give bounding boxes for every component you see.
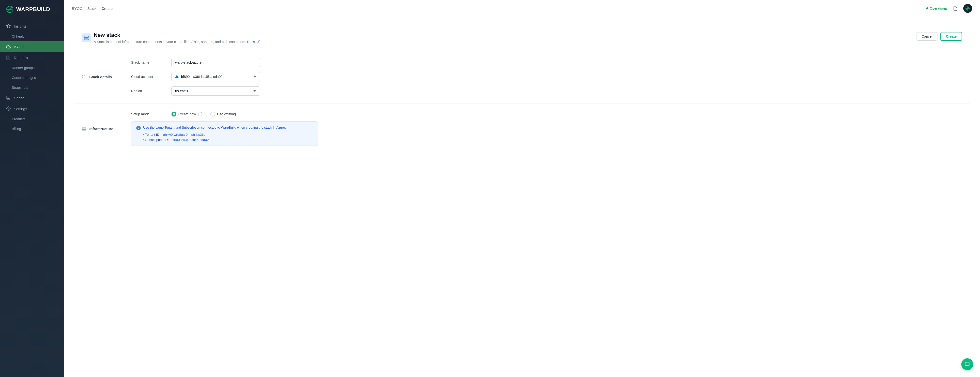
setup-mode-radio-group: Create new i Use existing (172, 111, 236, 116)
use-existing-option[interactable]: Use existing (210, 111, 236, 116)
breadcrumb-create: Create (102, 6, 113, 11)
sidebar-item-ci-health[interactable]: CI health (0, 32, 64, 41)
breadcrumb-stack[interactable]: Stack (88, 6, 97, 11)
svg-marker-20 (175, 75, 179, 78)
sidebar-item-byoc[interactable]: BYOC (0, 41, 64, 52)
sidebar-item-settings[interactable]: Settings (0, 103, 64, 114)
cloud-account-select[interactable]: bf890-kw36t-lcd45...-cda02 (172, 72, 260, 81)
docs-link[interactable]: Docs (247, 40, 260, 44)
svg-rect-5 (6, 56, 8, 57)
svg-rect-18 (84, 39, 89, 40)
sidebar-item-runner-groups[interactable]: Runner groups (0, 63, 64, 73)
region-row: Region us-east1 us-west1 eu-west1 (131, 86, 962, 95)
sidebar-item-custom-images[interactable]: Custom Images (0, 73, 64, 83)
info-tooltip-icon[interactable]: i (198, 112, 202, 116)
cloud-nav-icon (6, 44, 11, 49)
create-new-radio[interactable] (172, 111, 177, 116)
subscription-id-item: Subscription ID: bf890-kw36t-lcd45-cda02 (143, 138, 313, 142)
page-subtitle: A Stack is a set of infrastructure compo… (94, 40, 260, 44)
user-avatar[interactable] (963, 4, 972, 13)
status-badge: Operational (926, 6, 948, 10)
logo-icon (6, 5, 14, 13)
cloud-account-label: Cloud account (131, 75, 165, 79)
gear-icon (6, 106, 11, 111)
sidebar-nav: Insights CI health BYOC Runners (0, 19, 64, 377)
infrastructure-icon (82, 126, 87, 131)
info-box: i Use the same Tenant and Subscription c… (131, 121, 318, 146)
breadcrumb: BYOC › Stack › Create (72, 6, 113, 11)
region-label: Region (131, 89, 165, 93)
database-icon (6, 95, 11, 100)
card-title-area: New stack A Stack is a set of infrastruc… (82, 32, 260, 44)
sparkle-icon (6, 24, 11, 29)
card-header: New stack A Stack is a set of infrastruc… (74, 25, 970, 50)
region-select[interactable]: us-east1 us-west1 eu-west1 (172, 86, 260, 95)
setup-mode-row: Setup mode Create new i Use ex (131, 111, 962, 116)
stack-details-label: Stack details (82, 58, 131, 95)
stack-name-row: Stack name (131, 58, 962, 67)
cancel-button[interactable]: Cancel (916, 32, 938, 41)
page-content: New stack A Stack is a set of infrastruc… (64, 17, 980, 377)
grid-icon (6, 55, 11, 60)
svg-point-10 (8, 108, 9, 110)
create-button[interactable]: Create (940, 32, 962, 41)
breadcrumb-sep-1: › (84, 6, 85, 10)
svg-line-19 (258, 41, 259, 42)
stack-details-section: Stack details Stack name Cloud account (74, 50, 970, 104)
infrastructure-section: Infrastructure Setup mode Create new i (74, 104, 970, 154)
page-title: New stack (94, 32, 260, 38)
page-header: BYOC › Stack › Create Operational (64, 0, 980, 17)
document-icon[interactable] (951, 5, 959, 12)
svg-point-9 (6, 96, 10, 97)
infrastructure-content: Setup mode Create new i Use ex (131, 111, 962, 146)
sidebar-item-runners[interactable]: Runners (0, 52, 64, 63)
status-dot (926, 7, 928, 10)
svg-rect-21 (83, 127, 86, 128)
new-stack-card: New stack A Stack is a set of infrastruc… (74, 25, 970, 154)
header-right: Operational (926, 4, 972, 13)
sidebar-item-snapshots[interactable]: Snapshots (0, 83, 64, 92)
svg-rect-7 (6, 58, 8, 59)
tenant-id-item: Tenant ID: ahkw0-wre8ua-94hsh-kw36t (143, 133, 313, 137)
stack-details-icon (82, 74, 87, 79)
svg-rect-22 (83, 128, 86, 129)
sidebar-item-products[interactable]: Products (0, 114, 64, 124)
info-box-header: i Use the same Tenant and Subscription c… (136, 126, 313, 130)
stack-details-content: Stack name Cloud account bf890-kw36t-lcd… (131, 58, 962, 95)
svg-rect-6 (9, 56, 10, 57)
setup-mode-label: Setup mode (131, 112, 165, 116)
create-new-option[interactable]: Create new i (172, 111, 202, 116)
cloud-account-select-wrapper: bf890-kw36t-lcd45...-cda02 (172, 72, 260, 81)
svg-rect-17 (84, 37, 89, 38)
card-actions: Cancel Create (916, 32, 962, 41)
sidebar-item-billing[interactable]: Billing (0, 124, 64, 134)
infrastructure-label: Infrastructure (82, 111, 131, 146)
cloud-account-row: Cloud account bf890-kw36t-lcd45...-cda02 (131, 72, 962, 81)
main-content: BYOC › Stack › Create Operational (64, 0, 980, 377)
breadcrumb-sep-2: › (99, 6, 99, 10)
svg-rect-16 (84, 36, 89, 37)
use-existing-radio[interactable] (210, 111, 215, 116)
sidebar-item-insights[interactable]: Insights (0, 21, 64, 32)
sidebar-item-cache[interactable]: Cache (0, 92, 64, 103)
azure-icon (174, 74, 179, 79)
stack-name-label: Stack name (131, 60, 165, 64)
svg-rect-8 (9, 58, 10, 59)
chat-button[interactable] (961, 358, 973, 370)
breadcrumb-byoc[interactable]: BYOC (72, 6, 83, 11)
sidebar: WARPBUILD Insights CI health BYOC (0, 0, 64, 377)
info-list: Tenant ID: ahkw0-wre8ua-94hsh-kw36t Subs… (136, 133, 313, 142)
app-logo[interactable]: WARPBUILD (0, 0, 64, 19)
svg-rect-23 (83, 129, 86, 130)
stack-name-input[interactable] (172, 58, 260, 67)
info-circle-icon: i (136, 126, 141, 130)
stack-icon (82, 33, 91, 42)
